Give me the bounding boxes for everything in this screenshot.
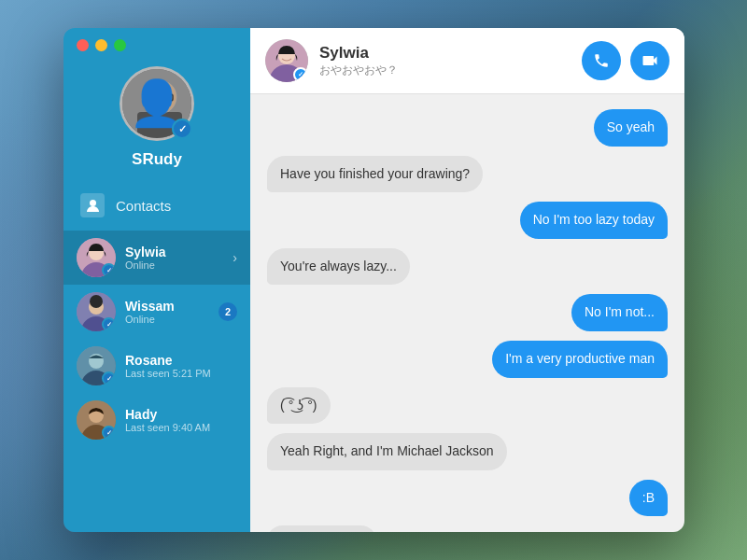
user-avatar-container [120,66,194,141]
sylwia-name: Sylwia [125,245,223,259]
chat-header-info: Sylwia おやおやおや？ [319,44,571,78]
user-name: SRudy [132,150,182,169]
message-6: I'm a very productive man [492,341,668,378]
chat-panel: Sylwia おやおやおや？ So yeah [250,28,684,532]
rosane-verified [102,371,116,385]
messages-container[interactable]: So yeah Have you finished your drawing? … [250,94,684,532]
contact-avatar-sylwia [77,238,116,277]
contact-avatar-rosane [77,346,116,385]
video-button[interactable] [630,41,669,80]
hady-name: Hady [125,407,237,422]
chat-contact-sub: おやおやおや？ [319,63,571,78]
sylwia-chevron: › [233,250,237,265]
sylwia-status: Online [125,259,223,271]
message-3: No I'm too lazy today [520,202,668,239]
message-7: ( ͡° ͜ʖ ͡°) [267,387,331,425]
wissam-verified [102,317,116,331]
rosane-info: Rosane Last seen 5:21 PM [125,353,237,379]
contact-avatar-wissam [77,292,116,331]
chat-header-avatar [265,39,308,82]
svg-rect-7 [90,200,96,206]
svg-rect-4 [147,94,156,101]
close-light[interactable] [77,39,89,51]
chat-header: Sylwia おやおやおや？ [250,28,684,94]
wissam-unread: 2 [218,302,237,321]
hady-status: Last seen 9:40 AM [125,422,237,433]
hady-verified [102,426,116,440]
chat-contact-name: Sylwia [319,44,571,63]
sylwia-verified [102,263,116,277]
contacts-icon [80,193,105,217]
rosane-status: Last seen 5:21 PM [125,368,237,379]
contact-item-rosane[interactable]: Rosane Last seen 5:21 PM [63,339,250,393]
contact-item-sylwia[interactable]: Sylwia Online › [63,231,250,285]
contacts-text: Contacts [116,198,171,214]
svg-rect-5 [163,94,173,101]
wissam-status: Online [125,314,209,325]
wissam-info: Wissam Online [125,299,209,325]
message-2: Have you finished your drawing? [267,156,483,193]
rosane-name: Rosane [125,353,237,368]
chat-header-actions [582,41,669,80]
sylwia-info: Sylwia Online [125,245,223,271]
traffic-lights [63,28,139,63]
message-5: No I'm not... [571,294,668,331]
call-button[interactable] [582,41,621,80]
svg-point-12 [90,295,103,308]
contact-item-wissam[interactable]: Wissam Online 2 [63,285,250,339]
wissam-name: Wissam [125,299,209,314]
sidebar: SRudy Contacts [63,28,250,532]
typing-indicator: Sylwia is typing [267,525,376,532]
user-verified-badge [172,119,192,139]
message-4: You're always lazy... [267,248,410,286]
app-window: SRudy Contacts [63,28,684,532]
maximize-light[interactable] [114,39,126,51]
contacts-label-row: Contacts [63,184,250,227]
message-9: :B [629,480,668,517]
minimize-light[interactable] [95,39,107,51]
chat-header-verified-badge [293,67,308,82]
contact-avatar-hady [77,400,116,440]
contact-item-hady[interactable]: Hady Last seen 9:40 AM [63,393,250,447]
svg-point-1 [143,80,176,114]
message-8: Yeah Right, and I'm Michael Jackson [267,433,507,470]
message-1: So yeah [594,109,668,147]
svg-point-3 [143,80,176,114]
hady-info: Hady Last seen 9:40 AM [125,407,237,433]
